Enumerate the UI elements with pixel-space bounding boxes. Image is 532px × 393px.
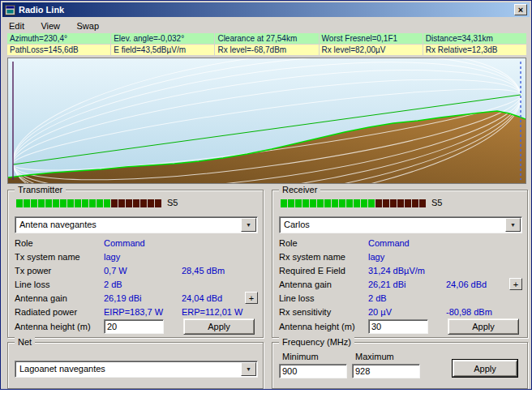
frequency-min-input[interactable] (279, 364, 347, 378)
frequency-group: Frequency (MHz) Minimum Maximum Apply (272, 342, 528, 389)
field-label: Line loss (15, 280, 104, 289)
field-value: lagy (104, 252, 182, 262)
field-value-2: ERP=112,01 W (182, 307, 263, 317)
rx-antenna-height-input[interactable] (368, 319, 428, 334)
tx-signal-strength-label: S5 (167, 198, 178, 207)
status-clearance: Clearance at 27,54km (215, 33, 318, 44)
tx-antenna-height-input[interactable] (104, 319, 164, 334)
menu-view[interactable]: View (34, 19, 66, 31)
field-value-2: 28,45 dBm (182, 266, 263, 276)
status-row-link: Azimuth=230,4° Elev. angle=-0,032° Clear… (7, 33, 526, 44)
field-value: 2 dB (104, 280, 182, 289)
tx-signal-meter (16, 199, 161, 207)
field-label: Required E Field (279, 266, 368, 276)
frequency-min-label: Minimum (282, 352, 319, 361)
status-elev-angle: Elev. angle=-0,032° (111, 33, 214, 44)
field-label: Tx system name (15, 252, 104, 262)
tx-combo-arrow-icon[interactable]: ▼ (241, 218, 256, 232)
rx-unit-select[interactable]: Carlos ▼ (279, 216, 522, 233)
rx-antenna-gain-plus-button[interactable]: + (509, 278, 522, 290)
rx-signal-meter (281, 199, 426, 207)
field-label: Role (15, 238, 104, 248)
tx-fields: Role Command Tx system name lagy Tx powe… (8, 236, 263, 318)
rx-field-role: Role Command (272, 236, 527, 250)
tx-field-antenna-gain: Antenna gain 26,19 dBi 24,04 dBd + (8, 291, 263, 305)
rx-antenna-height-label: Antenna height (m) (279, 322, 355, 331)
tx-unit-selected-value: Antena navegantes (19, 220, 97, 229)
field-label: Antenna gain (279, 280, 368, 289)
status-pathloss: PathLoss=145,6dB (7, 45, 110, 55)
field-value: lagy (368, 252, 446, 262)
close-button[interactable]: × (514, 4, 527, 15)
field-label: Rx system name (279, 252, 368, 262)
radio-link-window: Radio Link × Edit View Swap Azimuth=230,… (0, 0, 532, 390)
transmitter-group: Transmitter S5 Antena navegantes ▼ Role … (7, 190, 264, 338)
receiver-group-title: Receiver (279, 185, 320, 195)
rx-field-system-name: Rx system name lagy (272, 250, 527, 263)
window-title: Radio Link (19, 5, 64, 15)
tx-unit-select[interactable]: Antena navegantes ▼ (15, 216, 258, 233)
status-rx-relative: Rx Relative=12,3dB (423, 45, 526, 55)
field-value: 20 µV (368, 307, 446, 317)
field-value: Command (368, 238, 446, 248)
field-value: 26,21 dBi (368, 280, 446, 289)
transmitter-group-title: Transmitter (15, 185, 66, 195)
tx-antenna-height-label: Antenna height (m) (15, 322, 91, 331)
rx-signal-strength-label: S5 (431, 198, 442, 207)
status-rx-level-dbm: Rx level=-68,7dBm (215, 45, 318, 55)
net-combo-arrow-icon[interactable]: ▼ (241, 362, 256, 376)
status-e-field: E field=43,5dBµV/m (111, 45, 214, 55)
status-distance: Distance=34,31km (423, 33, 526, 44)
menubar: Edit View Swap (2, 18, 105, 32)
rx-field-line-loss: Line loss 2 dB (272, 291, 527, 305)
tx-field-tx-power: Tx power 0,7 W 28,45 dBm (8, 263, 263, 277)
status-worst-fresnel: Worst Fresnel=0,1F1 (320, 33, 423, 44)
tx-field-line-loss: Line loss 2 dB (8, 277, 263, 291)
field-value-2: -80,98 dBm (446, 307, 527, 317)
field-label: Rx sensitivity (279, 307, 368, 317)
field-value: 31,24 dBµV/m (368, 266, 446, 276)
status-azimuth: Azimuth=230,4° (7, 33, 110, 44)
terrain-profile-chart[interactable] (7, 58, 526, 184)
status-rx-level-uv: Rx level=82,00µV (320, 45, 423, 55)
net-selected-value: Lagoanet navegantes (19, 364, 105, 374)
field-label: Antenna gain (15, 293, 104, 303)
menu-edit[interactable]: Edit (2, 19, 31, 31)
field-value: 2 dB (368, 293, 446, 303)
field-value: EIRP=183,7 W (104, 307, 182, 317)
field-label: Line loss (279, 293, 368, 303)
rx-field-rx-sensitivity: Rx sensitivity 20 µV -80,98 dBm (272, 305, 527, 318)
net-group: Net Lagoanet navegantes ▼ (7, 342, 264, 389)
field-label: Radiated power (15, 307, 104, 317)
field-label: Tx power (15, 266, 104, 276)
tx-field-role: Role Command (8, 236, 263, 250)
frequency-apply-button[interactable]: Apply (453, 360, 517, 377)
status-row-levels: PathLoss=145,6dB E field=43,5dBµV/m Rx l… (7, 45, 526, 55)
titlebar: Radio Link × (2, 2, 530, 17)
menu-swap[interactable]: Swap (71, 19, 106, 31)
frequency-max-input[interactable] (352, 364, 420, 378)
field-label: Role (279, 238, 368, 248)
net-group-title: Net (15, 337, 35, 348)
field-value: 26,19 dBi (104, 293, 182, 303)
tx-antenna-gain-plus-button[interactable]: + (245, 292, 258, 304)
rx-combo-arrow-icon[interactable]: ▼ (505, 218, 521, 232)
rx-unit-selected-value: Carlos (284, 220, 310, 229)
field-value: 0,7 W (104, 266, 182, 276)
tx-field-system-name: Tx system name lagy (8, 250, 263, 263)
rx-apply-button[interactable]: Apply (448, 318, 519, 335)
rx-fields: Role Command Rx system name lagy Require… (272, 236, 527, 318)
net-select[interactable]: Lagoanet navegantes ▼ (15, 361, 258, 378)
receiver-group: Receiver S5 Carlos ▼ Role Command Rx sys… (272, 190, 528, 338)
frequency-group-title: Frequency (MHz) (279, 337, 354, 348)
app-icon (5, 5, 15, 15)
rx-field-required-e-field: Required E Field 31,24 dBµV/m (272, 263, 527, 277)
tx-apply-button[interactable]: Apply (183, 318, 255, 335)
field-value: Command (104, 238, 182, 248)
rx-field-antenna-gain: Antenna gain 26,21 dBi 24,06 dBd + (272, 277, 527, 291)
tx-field-radiated-power: Radiated power EIRP=183,7 W ERP=112,01 W (8, 305, 263, 318)
frequency-max-label: Maximum (355, 352, 394, 361)
